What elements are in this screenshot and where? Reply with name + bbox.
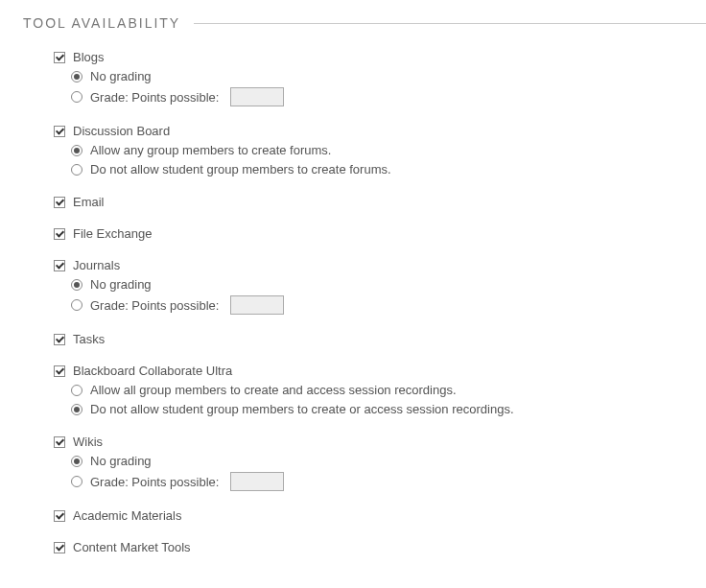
tool-collaborate-ultra: Blackboard Collaborate Ultra Allow all g… <box>54 364 706 417</box>
tool-label: File Exchange <box>73 226 152 241</box>
input-journals-points[interactable] <box>230 295 284 315</box>
option-label: Grade: Points possible: <box>90 474 219 490</box>
tool-label: Email <box>73 195 105 209</box>
option-label: Allow any group members to create forums… <box>90 142 331 158</box>
radio-blogs-nograde[interactable] <box>71 71 82 82</box>
radio-wikis-nograde[interactable] <box>71 456 82 467</box>
tool-content-market: Content Market Tools <box>54 540 706 554</box>
option-label: Do not allow student group members to cr… <box>90 401 514 417</box>
radio-discussion-deny[interactable] <box>71 164 82 176</box>
tool-tasks: Tasks <box>54 332 706 346</box>
tool-blogs: Blogs No grading Grade: Points possible: <box>54 50 706 106</box>
checkbox-collab[interactable] <box>54 365 65 377</box>
checkbox-journals[interactable] <box>54 260 65 271</box>
radio-blogs-grade[interactable] <box>71 91 82 103</box>
checkbox-tasks[interactable] <box>54 334 65 345</box>
option-label: No grading <box>90 68 152 84</box>
input-blogs-points[interactable] <box>230 87 284 106</box>
tool-wikis: Wikis No grading Grade: Points possible: <box>54 435 706 491</box>
checkbox-file-exchange[interactable] <box>54 228 65 240</box>
radio-discussion-allow[interactable] <box>71 145 82 156</box>
option-label: Grade: Points possible: <box>90 297 219 314</box>
tool-label: Discussion Board <box>73 124 170 138</box>
radio-wikis-grade[interactable] <box>71 476 82 487</box>
tool-label: Wikis <box>73 435 103 449</box>
divider-line <box>194 23 706 24</box>
checkbox-discussion[interactable] <box>54 126 65 137</box>
radio-collab-allow[interactable] <box>71 385 82 396</box>
tool-file-exchange: File Exchange <box>54 226 706 241</box>
tool-journals: Journals No grading Grade: Points possib… <box>54 258 706 315</box>
tool-list: Blogs No grading Grade: Points possible:… <box>0 40 706 581</box>
tool-label: Tasks <box>73 332 105 346</box>
radio-journals-grade[interactable] <box>71 299 82 311</box>
checkbox-market[interactable] <box>54 542 65 553</box>
tool-academic-materials: Academic Materials <box>54 508 706 523</box>
option-label: Grade: Points possible: <box>90 89 219 106</box>
tool-label: Content Market Tools <box>73 540 191 554</box>
tool-discussion-board: Discussion Board Allow any group members… <box>54 124 706 177</box>
option-label: No grading <box>90 276 152 293</box>
tool-label: Blogs <box>73 50 105 64</box>
checkbox-email[interactable] <box>54 197 65 208</box>
radio-collab-deny[interactable] <box>71 404 82 415</box>
radio-journals-nograde[interactable] <box>71 279 82 291</box>
tool-label: Journals <box>73 258 120 272</box>
checkbox-academic[interactable] <box>54 510 65 522</box>
tool-email: Email <box>54 195 706 209</box>
option-label: No grading <box>90 453 152 469</box>
input-wikis-points[interactable] <box>230 472 284 491</box>
tool-label: Blackboard Collaborate Ultra <box>73 364 232 378</box>
option-label: Do not allow student group members to cr… <box>90 161 391 177</box>
option-label: Allow all group members to create and ac… <box>90 382 457 398</box>
checkbox-blogs[interactable] <box>54 52 65 63</box>
tool-label: Academic Materials <box>73 508 181 523</box>
section-title: TOOL AVAILABILITY <box>23 15 180 31</box>
checkbox-wikis[interactable] <box>54 436 65 448</box>
